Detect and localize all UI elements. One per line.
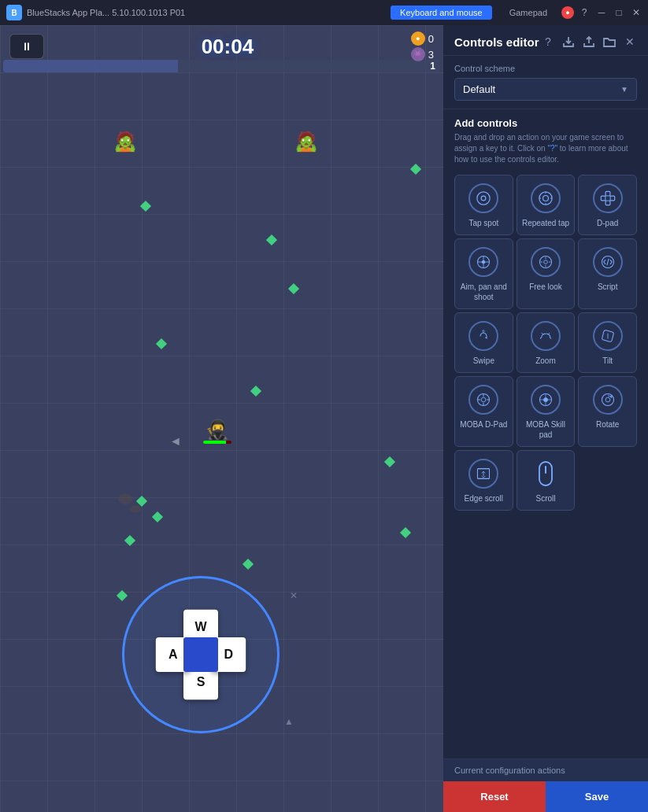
panel-title: Controls editor (454, 35, 539, 49)
control-script[interactable]: Script (578, 238, 637, 309)
control-rotate[interactable]: Rotate (578, 376, 637, 447)
control-scroll[interactable]: Scroll (517, 450, 576, 511)
panel-bottom: Current configuration actions Reset Save (443, 758, 648, 812)
swipe-label: Swipe (473, 356, 494, 366)
control-swipe[interactable]: Swipe (454, 312, 513, 373)
zombie-2: 🧟 (295, 127, 317, 156)
control-repeated-tap[interactable]: Repeated tap (517, 175, 576, 235)
add-controls-section: Add controls Drag and drop an action on … (443, 109, 648, 758)
svg-point-23 (605, 397, 610, 402)
panel-header-icons: ? ✕ (541, 35, 637, 49)
brain-score: 👾 3 (411, 47, 434, 61)
game-timer: 00:04 (44, 35, 411, 59)
aim-pan-shoot-label: Aim, pan and shoot (460, 282, 508, 302)
brain-icon: 👾 (411, 47, 425, 61)
svg-point-2 (539, 192, 552, 205)
zoom-label: Zoom (535, 356, 556, 366)
scheme-section: Control scheme Default ▼ (443, 56, 648, 109)
health-fill (203, 441, 226, 444)
help-link[interactable]: "?" (547, 144, 557, 153)
tilt-icon (593, 321, 623, 351)
close-x-marker: ✕ (290, 590, 298, 601)
edge-scroll-label: Edge scroll (465, 493, 503, 504)
game-area[interactable]: ⏸ 00:04 ● 0 👾 3 1 🧟 🧟 🥷 (0, 25, 443, 812)
close-panel-button[interactable]: ✕ (623, 35, 637, 49)
svg-point-12 (483, 260, 485, 263)
svg-point-14 (544, 260, 548, 264)
maximize-button[interactable]: □ (613, 7, 624, 18)
svg-point-19 (481, 397, 486, 402)
svg-rect-7 (610, 196, 615, 201)
main-content: ⏸ 00:04 ● 0 👾 3 1 🧟 🧟 🥷 (0, 25, 648, 812)
zombie-1: 🧟 (114, 127, 136, 156)
tap-spot-icon (468, 183, 498, 213)
gold-score: ● 0 (411, 31, 434, 46)
export-button[interactable] (582, 35, 596, 49)
app-logo: B (6, 5, 22, 20)
swipe-icon (468, 321, 498, 351)
control-moba-dpad[interactable]: MOBA D-Pad (454, 376, 513, 447)
svg-rect-8 (605, 196, 610, 201)
script-label: Script (598, 282, 618, 292)
titlebar: B BlueStacks App Pla... 5.10.100.1013 P0… (0, 0, 648, 25)
moba-dpad-label: MOBA D-Pad (460, 419, 507, 430)
edge-scroll-icon (468, 459, 498, 489)
rotate-icon (593, 385, 623, 415)
repeated-tap-icon (531, 183, 561, 213)
save-button[interactable]: Save (546, 781, 648, 812)
dpad-label: D-pad (597, 218, 618, 228)
controls-grid: Tap spot Repeated tap D-pad (454, 175, 637, 511)
tab-gamepad[interactable]: Gamepad (500, 6, 557, 20)
help-panel-button[interactable]: ? (541, 35, 555, 49)
moba-skill-pad-icon (531, 385, 561, 415)
chevron-down-icon: ▼ (620, 85, 628, 94)
control-zoom[interactable]: Zoom (517, 312, 576, 373)
free-look-label: Free look (529, 282, 562, 292)
controls-panel: Controls editor ? ✕ Control scheme (443, 25, 648, 812)
script-icon (593, 247, 623, 277)
scheme-label: Control scheme (454, 64, 637, 73)
player-sprite: 🥷 (206, 419, 229, 441)
repeated-tap-label: Repeated tap (522, 218, 569, 228)
control-free-look[interactable]: Free look (517, 238, 576, 309)
current-config-label: Current configuration actions (443, 759, 648, 781)
moba-dpad-icon (468, 385, 498, 415)
tab-keyboard[interactable]: Keyboard and mouse (391, 6, 492, 20)
tap-spot-label: Tap spot (468, 218, 498, 228)
pause-button[interactable]: ⏸ (9, 34, 44, 59)
player: 🥷 (206, 419, 228, 444)
svg-point-21 (544, 398, 548, 402)
tilt-label: Tilt (602, 356, 613, 366)
window-controls: ? ─ □ ✕ (579, 7, 642, 18)
close-window-button[interactable]: ✕ (631, 7, 642, 18)
import-button[interactable] (561, 35, 576, 49)
folder-button[interactable] (602, 35, 617, 49)
game-hud: ⏸ 00:04 ● 0 👾 3 (0, 25, 443, 68)
minimize-button[interactable]: ─ (596, 7, 607, 18)
control-tap-spot[interactable]: Tap spot (454, 175, 513, 235)
dpad-icon (593, 183, 623, 213)
aim-pan-shoot-icon (468, 247, 498, 277)
help-button[interactable]: ? (579, 7, 590, 18)
rotate-label: Rotate (596, 419, 619, 430)
panel-header: Controls editor ? ✕ (443, 25, 648, 56)
bottom-arrow-indicator: ▲ (284, 716, 294, 727)
svg-point-1 (481, 196, 486, 201)
control-tilt[interactable]: Tilt (578, 312, 637, 373)
add-controls-title: Add controls (454, 117, 637, 129)
arrow-left-indicator: ◄ (169, 434, 182, 448)
free-look-icon (531, 247, 561, 277)
reset-button[interactable]: Reset (443, 781, 546, 812)
control-moba-skill-pad[interactable]: MOBA Skill pad (517, 376, 576, 447)
dpad-overlay[interactable]: W S A D (122, 576, 280, 733)
score-panel: ● 0 👾 3 (411, 31, 434, 61)
control-aim-pan-shoot[interactable]: Aim, pan and shoot (454, 238, 513, 309)
control-edge-scroll[interactable]: Edge scroll (454, 450, 513, 511)
add-controls-desc: Drag and drop an action on your game scr… (454, 132, 637, 165)
zoom-icon (531, 321, 561, 351)
scheme-dropdown[interactable]: Default ▼ (454, 78, 637, 101)
control-dpad[interactable]: D-pad (578, 175, 637, 235)
svg-rect-4 (605, 191, 610, 196)
smoke-2 (130, 505, 141, 513)
health-bar (203, 441, 231, 444)
